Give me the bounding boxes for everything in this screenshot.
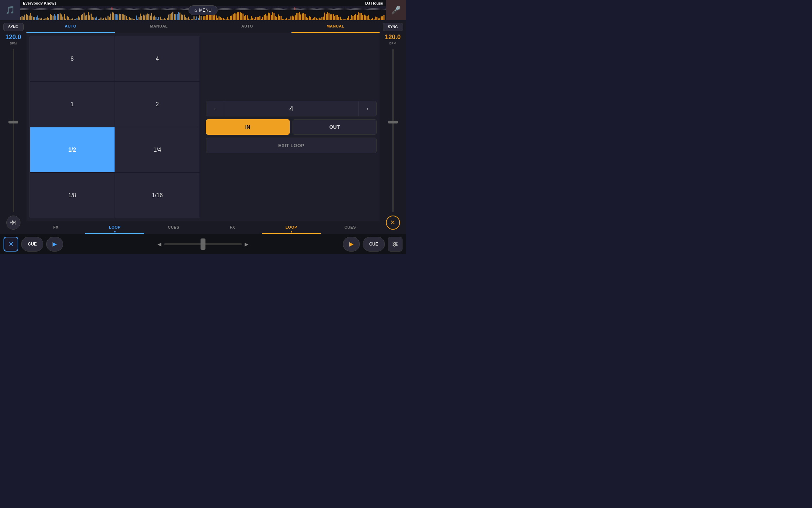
loop-size-increase[interactable]: › xyxy=(359,101,376,116)
loop-out-button[interactable]: OUT xyxy=(293,119,377,135)
sync-button-right[interactable]: SYNC xyxy=(383,23,403,31)
svg-rect-12 xyxy=(33,9,33,10)
svg-rect-179 xyxy=(27,15,28,20)
tab-loop-right[interactable]: LOOP xyxy=(262,221,321,234)
svg-rect-174 xyxy=(20,17,21,20)
svg-rect-317 xyxy=(218,9,219,10)
svg-rect-224 xyxy=(91,14,92,20)
svg-rect-379 xyxy=(283,9,284,10)
play-button-left[interactable]: ▶ xyxy=(46,237,63,252)
svg-rect-507 xyxy=(245,15,246,20)
loop-tab-dot-left xyxy=(114,231,116,232)
loop-grid-left: 8 4 1 2 1/2 1/4 1/8 1/16 xyxy=(29,36,200,218)
sync-button-left[interactable]: SYNC xyxy=(3,23,24,31)
svg-rect-570 xyxy=(334,16,335,20)
svg-rect-265 xyxy=(148,14,149,20)
svg-rect-240 xyxy=(113,13,114,20)
svg-rect-526 xyxy=(272,12,273,20)
tab-fx-left[interactable]: FX xyxy=(26,221,85,234)
svg-rect-76 xyxy=(100,9,101,10)
play-button-right[interactable]: ▶ xyxy=(343,237,360,252)
loop-cell-half[interactable]: 1/2 xyxy=(30,127,115,173)
svg-rect-236 xyxy=(107,16,109,20)
album-art-right[interactable]: 🎤 xyxy=(386,0,406,20)
loop-cell-4[interactable]: 4 xyxy=(115,36,200,81)
pitch-slider-left[interactable] xyxy=(0,49,26,212)
main-area: SYNC 120.0 BPM xyxy=(0,20,406,234)
tab-manual-right[interactable]: MANUAL xyxy=(291,20,380,33)
mixer-icon-btn-left[interactable] xyxy=(6,216,20,230)
svg-rect-441 xyxy=(349,9,350,10)
svg-rect-238 xyxy=(110,14,111,20)
svg-rect-529 xyxy=(276,17,277,20)
tab-auto-right[interactable]: AUTO xyxy=(203,20,291,33)
loop-cell-eighth[interactable]: 1/8 xyxy=(30,173,115,218)
bottom-tabs-right: FX LOOP CUES xyxy=(203,221,380,234)
close-x-button[interactable]: ✕ xyxy=(4,237,18,252)
svg-rect-267 xyxy=(151,13,152,20)
svg-rect-363 xyxy=(266,9,267,10)
cue-button-left[interactable]: CUE xyxy=(21,237,43,252)
svg-rect-297 xyxy=(193,16,195,20)
svg-rect-567 xyxy=(330,14,331,20)
svg-rect-380 xyxy=(284,9,285,10)
close-button-right[interactable]: ✕ xyxy=(386,216,400,230)
svg-rect-261 xyxy=(143,15,144,20)
crossfader-arrow-left[interactable]: ◀ xyxy=(158,241,161,247)
crossfader-arrow-right[interactable]: ▶ xyxy=(245,241,248,247)
loop-size-decrease[interactable]: ‹ xyxy=(206,101,224,116)
svg-rect-205 xyxy=(64,14,65,20)
svg-rect-499 xyxy=(234,13,235,20)
loop-in-button[interactable]: IN xyxy=(206,119,290,135)
cue-button-right[interactable]: CUE xyxy=(363,237,385,252)
svg-rect-425 xyxy=(332,9,333,10)
svg-rect-511 xyxy=(251,16,252,20)
svg-rect-178 xyxy=(26,14,27,20)
pitch-slider-right[interactable] xyxy=(380,49,406,212)
loop-cell-1[interactable]: 1 xyxy=(30,81,115,127)
tab-fx-right[interactable]: FX xyxy=(203,221,262,234)
svg-rect-140 xyxy=(168,9,169,10)
exit-loop-button[interactable]: EXIT LOOP xyxy=(206,138,377,153)
svg-rect-523 xyxy=(268,13,269,20)
album-art-left[interactable]: 🎵 xyxy=(0,0,20,20)
svg-rect-514 xyxy=(255,17,256,20)
svg-rect-226 xyxy=(93,17,94,20)
svg-rect-604 xyxy=(382,16,383,20)
svg-rect-553 xyxy=(310,17,311,20)
svg-rect-605 xyxy=(383,15,385,20)
svg-rect-573 xyxy=(338,17,339,20)
tab-cues-left[interactable]: CUES xyxy=(144,221,203,234)
svg-rect-362 xyxy=(265,8,266,10)
tab-cues-right[interactable]: CUES xyxy=(321,221,380,234)
loop-cell-2[interactable]: 2 xyxy=(115,81,200,127)
loop-cell-8[interactable]: 8 xyxy=(30,36,115,81)
svg-rect-28 xyxy=(50,9,50,10)
svg-rect-494 xyxy=(227,17,228,20)
svg-rect-505 xyxy=(242,14,244,20)
deck-panel-left: AUTO MANUAL 8 4 1 2 1/2 1/4 1/8 1/16 xyxy=(26,20,203,234)
svg-rect-291 xyxy=(185,17,186,20)
svg-rect-572 xyxy=(337,15,338,20)
tab-manual-left[interactable]: MANUAL xyxy=(115,20,203,33)
crossfader[interactable] xyxy=(164,243,242,245)
tab-loop-left[interactable]: LOOP xyxy=(85,221,144,234)
svg-rect-93 xyxy=(118,9,119,10)
svg-rect-30 xyxy=(52,9,53,10)
svg-rect-347 xyxy=(250,9,250,10)
eq-settings-button[interactable] xyxy=(388,237,402,252)
svg-rect-231 xyxy=(100,18,102,20)
svg-rect-234 xyxy=(105,18,106,20)
svg-rect-486 xyxy=(216,16,217,20)
svg-rect-243 xyxy=(117,14,118,20)
loop-cell-quarter[interactable]: 1/4 xyxy=(115,127,200,173)
svg-rect-185 xyxy=(36,17,37,20)
svg-rect-457 xyxy=(366,9,367,10)
svg-rect-556 xyxy=(314,17,315,20)
svg-rect-272 xyxy=(158,17,159,20)
loop-cell-sixteenth[interactable]: 1/16 xyxy=(115,173,200,218)
svg-rect-427 xyxy=(334,9,335,10)
menu-button[interactable]: ⌂ MENU xyxy=(189,5,218,15)
tab-auto-left[interactable]: AUTO xyxy=(26,20,115,33)
loop-in-out-row: IN OUT xyxy=(206,119,377,135)
